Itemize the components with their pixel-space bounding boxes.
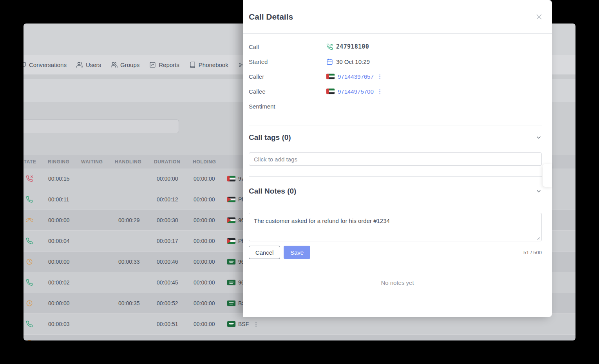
screen: ConversationsUsersGroupsReportsPhonebook… [0, 0, 599, 364]
field-row-callee: Callee97144975700 [249, 84, 542, 99]
note-textarea[interactable]: The customer asked for a refund for his … [249, 213, 542, 241]
column-header-handling[interactable]: HANDLING [115, 155, 141, 168]
call-row[interactable] [24, 335, 575, 340]
nav-item-conversations[interactable]: Conversations [24, 62, 67, 68]
field-label: Call [249, 43, 326, 50]
ringing-time: 00:00:15 [48, 168, 70, 189]
field-row-sentiment: Sentiment [249, 99, 542, 114]
column-header-ringing[interactable]: RINGING [48, 155, 70, 168]
note-actions: Cancel Save 51 / 500 [249, 246, 542, 259]
add-tags-input[interactable] [249, 152, 542, 166]
phone-icon [26, 321, 33, 328]
field-label: Caller [249, 73, 326, 80]
holding-time: 00:00:00 [194, 314, 215, 334]
field-row-caller: Caller97144397657 [249, 69, 542, 84]
ringing-time: 00:00:00 [48, 210, 70, 230]
nav-item-users[interactable]: Users [76, 62, 101, 68]
holding-time: 00:00:00 [194, 293, 215, 313]
flag-sa-icon [227, 259, 235, 264]
field-text[interactable]: 97144397657 [338, 73, 374, 80]
divider [249, 176, 542, 177]
users-icon [76, 62, 83, 68]
caller-flag [227, 231, 235, 251]
holding-time: 00:00:00 [194, 272, 215, 293]
handling-time: 00:00:29 [118, 210, 140, 230]
column-header-waiting[interactable]: WAITING [81, 155, 103, 168]
field-label: Sentiment [249, 103, 326, 110]
nav-item-label: Conversations [29, 62, 67, 68]
flag-sa-icon [227, 280, 235, 285]
calendar-icon [326, 58, 333, 65]
call-fields: Call247918100Started30 Oct 10:29Caller97… [243, 34, 552, 114]
cancel-button[interactable]: Cancel [249, 246, 280, 259]
call-state [26, 189, 33, 210]
phone-icon [26, 237, 33, 244]
flag-ae-icon [326, 74, 335, 79]
duration-time: 00:00:12 [157, 189, 178, 210]
ringing-time: 00:00:00 [48, 293, 70, 313]
nav-item-label: Groups [120, 62, 139, 68]
holding-time: 00:00:00 [194, 210, 215, 230]
field-row-call: Call247918100 [249, 39, 542, 54]
no-notes-message: No notes yet [243, 279, 552, 286]
holding-time: 00:00:00 [194, 231, 215, 251]
call-notes-section-header[interactable]: Call Notes (0) [249, 187, 542, 196]
duration-time: 00:00:52 [157, 293, 178, 313]
duration-time: 00:00:30 [157, 210, 178, 230]
message-icon [24, 62, 26, 68]
flag-ae-icon [227, 176, 235, 181]
duration-time: 00:00:51 [157, 314, 178, 334]
ringing-time: 00:00:03 [48, 314, 70, 334]
call-tags-title: Call tags (0) [249, 133, 291, 142]
flag-ae-icon [326, 89, 335, 94]
drawer-edge-tab[interactable] [543, 164, 552, 187]
field-label: Started [249, 58, 326, 65]
flag-jo-icon [227, 217, 235, 223]
caller-flag [227, 189, 235, 210]
chevron-down-icon[interactable] [536, 188, 542, 194]
column-header-state[interactable]: STATE [24, 155, 36, 168]
more-options-icon[interactable] [377, 74, 383, 80]
close-icon[interactable] [535, 13, 543, 21]
column-header-holding[interactable]: HOLDING [193, 155, 216, 168]
field-label: Callee [249, 88, 326, 95]
phone-outgoing-icon [326, 43, 333, 50]
call-state [26, 231, 33, 251]
column-header-duration[interactable]: DURATION [154, 155, 180, 168]
chevron-down-icon[interactable] [536, 134, 542, 141]
caller-flag [227, 168, 235, 189]
duration-time: 00:00:45 [157, 272, 178, 293]
book-icon [189, 62, 196, 68]
nav-item-phonebook[interactable]: Phonebook [189, 62, 228, 68]
caller-flag [227, 293, 235, 313]
nav-item-reports[interactable]: Reports [149, 62, 179, 68]
field-text: 30 Oct 10:29 [336, 58, 370, 65]
character-counter: 51 / 500 [523, 250, 542, 255]
call-state [26, 210, 33, 230]
field-value: 97144397657 [326, 73, 383, 80]
handling-time: 00:00:35 [118, 293, 140, 313]
resize-handle-icon[interactable] [537, 236, 541, 240]
search-input[interactable] [24, 120, 179, 133]
clock-icon [26, 258, 33, 265]
phone-missed-icon [26, 175, 33, 182]
call-tags-section-header[interactable]: Call tags (0) [249, 133, 542, 142]
duration-time: 00:00:17 [157, 231, 178, 251]
ringing-time: 00:00:00 [48, 252, 70, 272]
more-options-icon[interactable] [377, 89, 383, 94]
field-text[interactable]: 97144975700 [338, 88, 374, 95]
call-notes-title: Call Notes (0) [249, 187, 296, 196]
clock-icon [26, 300, 33, 307]
flag-sa-icon [227, 301, 235, 306]
caller-flag [227, 252, 235, 272]
ringing-time: 00:00:11 [48, 189, 69, 210]
nav-item-groups[interactable]: Groups [111, 62, 139, 68]
save-button[interactable]: Save [284, 246, 310, 259]
field-value: 30 Oct 10:29 [326, 58, 370, 65]
field-value: 247918100 [326, 43, 369, 50]
call-state [26, 335, 33, 340]
caller-flag [227, 210, 235, 230]
ringing-time: 00:00:02 [48, 272, 70, 293]
holding-time: 00:00:00 [194, 189, 215, 210]
nav-item-label: Reports [159, 62, 179, 68]
